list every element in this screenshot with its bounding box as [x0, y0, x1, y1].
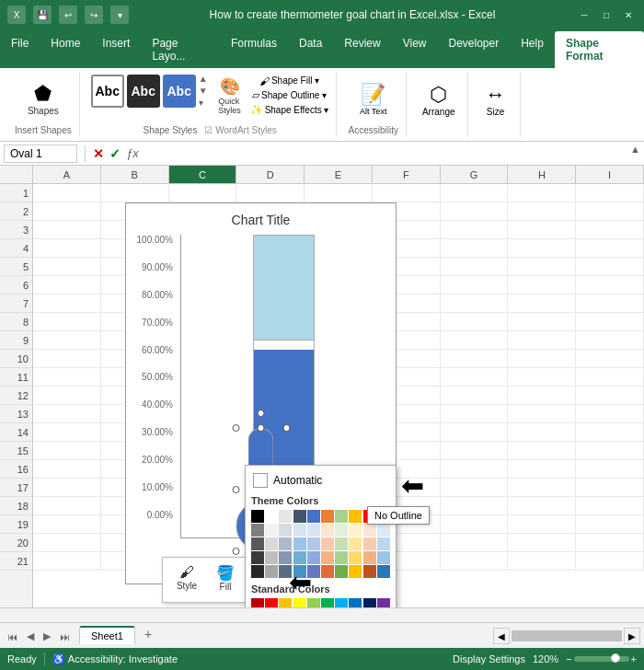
alt-text-button[interactable]: 📝 Alt Text — [355, 80, 391, 119]
col-header-h[interactable]: H — [508, 166, 576, 183]
theme-color-swatch[interactable] — [363, 524, 376, 537]
tab-developer[interactable]: Developer — [437, 31, 510, 68]
table-row[interactable] — [576, 184, 644, 202]
table-row[interactable] — [508, 313, 576, 331]
theme-color-swatch[interactable] — [321, 537, 334, 550]
zoom-in[interactable]: + — [631, 653, 637, 664]
theme-color-swatch[interactable] — [251, 565, 264, 578]
theme-color-swatch[interactable] — [363, 551, 376, 564]
table-row[interactable] — [576, 350, 644, 368]
cancel-formula-icon[interactable]: ✕ — [93, 146, 104, 161]
confirm-formula-icon[interactable]: ✓ — [109, 146, 121, 161]
shape-outline-button[interactable]: ▱ Shape Outline ▾ — [252, 89, 327, 101]
shape-fill-button[interactable]: 🖌 Shape Fill ▾ — [259, 75, 319, 87]
table-row[interactable] — [441, 331, 509, 350]
shapes-button[interactable]: ⬟ Shapes — [23, 81, 63, 119]
theme-color-swatch[interactable] — [335, 524, 348, 537]
standard-color-swatch[interactable] — [265, 598, 278, 607]
tab-help[interactable]: Help — [510, 31, 555, 68]
theme-color-swatch[interactable] — [349, 565, 362, 578]
theme-color-swatch[interactable] — [363, 537, 376, 550]
style-scroll-up[interactable]: ▲ — [199, 74, 208, 84]
table-row[interactable] — [508, 460, 576, 479]
standard-color-swatch[interactable] — [279, 598, 292, 607]
table-row[interactable] — [508, 184, 576, 202]
table-row[interactable] — [576, 368, 644, 387]
theme-color-swatch[interactable] — [293, 537, 306, 550]
table-row[interactable] — [33, 258, 101, 276]
col-header-c[interactable]: C — [169, 166, 237, 183]
tab-next[interactable]: ▶ — [40, 629, 54, 644]
table-row[interactable] — [441, 534, 509, 552]
table-row[interactable] — [441, 405, 509, 423]
table-row[interactable] — [508, 350, 576, 368]
quick-styles-button[interactable]: 🎨 QuickStyles — [213, 74, 247, 118]
col-header-f[interactable]: F — [373, 166, 441, 183]
arrange-button[interactable]: ⬡ Arrange — [418, 80, 460, 120]
quick-access-expand[interactable]: ▾ — [110, 6, 129, 24]
table-row[interactable] — [576, 276, 644, 295]
table-row[interactable] — [576, 423, 644, 442]
h-scroll-thumb[interactable] — [512, 630, 622, 641]
table-row[interactable] — [576, 387, 644, 405]
table-row[interactable] — [508, 368, 576, 387]
table-row[interactable] — [441, 258, 509, 276]
standard-color-swatch[interactable] — [349, 598, 362, 607]
table-row[interactable] — [508, 515, 576, 534]
table-row[interactable] — [441, 276, 509, 295]
theme-color-swatch[interactable] — [265, 524, 278, 537]
size-button[interactable]: ↔ Size — [479, 80, 512, 120]
table-row[interactable] — [33, 552, 101, 571]
table-row[interactable] — [576, 552, 644, 571]
theme-color-swatch[interactable] — [279, 551, 292, 564]
table-row[interactable] — [576, 460, 644, 479]
theme-color-swatch[interactable] — [349, 537, 362, 550]
table-row[interactable] — [441, 202, 509, 221]
table-row[interactable] — [508, 239, 576, 258]
shape-effects-button[interactable]: ✨ Shape Effects ▾ — [250, 104, 329, 116]
table-row[interactable] — [441, 239, 509, 258]
standard-color-swatch[interactable] — [363, 598, 376, 607]
col-header-g[interactable]: G — [441, 166, 509, 183]
display-settings[interactable]: Display Settings — [453, 653, 525, 664]
theme-color-swatch[interactable] — [377, 537, 390, 550]
theme-color-swatch[interactable] — [307, 510, 320, 523]
sheet-tab-add[interactable]: + — [137, 624, 159, 644]
ribbon-collapse-button[interactable]: ▲ — [630, 144, 640, 155]
table-row[interactable] — [441, 387, 509, 405]
table-row[interactable] — [33, 184, 101, 202]
handle-top[interactable] — [258, 424, 265, 432]
col-header-e[interactable]: E — [305, 166, 373, 183]
h-scroll-right[interactable]: ▶ — [624, 628, 640, 644]
theme-color-swatch[interactable] — [279, 524, 292, 537]
table-row[interactable] — [508, 221, 576, 239]
table-row[interactable] — [33, 276, 101, 295]
theme-color-swatch[interactable] — [321, 510, 334, 523]
theme-color-swatch[interactable] — [335, 537, 348, 550]
theme-color-swatch[interactable] — [307, 551, 320, 564]
style-scroll-down[interactable]: ▼ — [199, 86, 208, 96]
table-row[interactable] — [441, 423, 509, 442]
table-row[interactable] — [33, 479, 101, 497]
theme-color-swatch[interactable] — [377, 524, 390, 537]
table-row[interactable] — [33, 497, 101, 515]
theme-color-swatch[interactable] — [307, 537, 320, 550]
table-row[interactable] — [508, 331, 576, 350]
table-row[interactable] — [33, 331, 101, 350]
col-header-d[interactable]: D — [236, 166, 305, 183]
table-row[interactable] — [576, 239, 644, 258]
zoom-slider[interactable] — [574, 656, 629, 662]
table-row[interactable] — [508, 552, 576, 571]
table-row[interactable] — [576, 221, 644, 239]
table-row[interactable] — [508, 387, 576, 405]
h-scroll-left[interactable]: ◀ — [493, 628, 510, 644]
cp-auto-row[interactable]: Automatic — [251, 471, 390, 490]
tab-review[interactable]: Review — [333, 31, 391, 68]
fx-icon[interactable]: ƒx — [126, 146, 139, 160]
table-row[interactable] — [508, 405, 576, 423]
theme-color-swatch[interactable] — [363, 565, 376, 578]
theme-color-swatch[interactable] — [335, 565, 348, 578]
tab-last[interactable]: ⏭ — [56, 630, 74, 644]
theme-color-swatch[interactable] — [349, 510, 362, 523]
table-row[interactable] — [373, 184, 441, 202]
